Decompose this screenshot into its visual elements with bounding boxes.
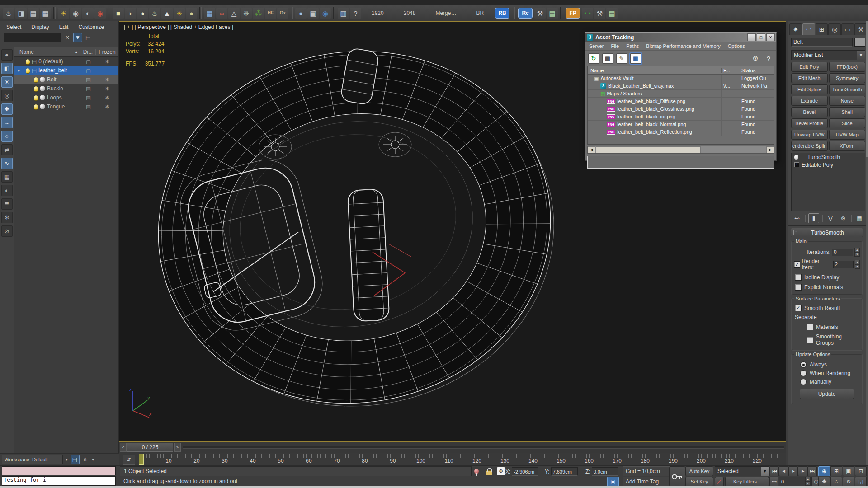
dialog-menu-server[interactable]: Server [589,43,604,49]
dome-primitive-icon[interactable]: ◗ [125,8,136,19]
display-cube-icon[interactable]: ▢ [81,68,96,74]
refresh-assets-icon[interactable]: ↻ [588,53,599,64]
filter-helpers-icon[interactable]: ✚ [1,103,13,115]
maximize-viewport-button[interactable]: ◱ [855,477,867,487]
next-frame-arrow[interactable]: > [174,443,181,452]
mini-curve-editor-icon[interactable]: ⇵ [123,455,135,465]
egg-primitive-icon[interactable]: ● [137,8,148,19]
display-stack-icon[interactable]: ▤ [81,95,96,101]
modifier-button-edit-poly[interactable]: Edit Poly [791,62,828,72]
column-display[interactable]: Di... [80,49,95,55]
modifier-button-enderable-splin[interactable]: enderable Splin [791,141,828,151]
asset-row-leather-belt-black-diffuse-png[interactable]: PNGleather_belt_black_Diffuse.pngFound [588,98,774,105]
schematic-view-icon[interactable]: ⋔ [81,455,90,464]
layer-manager-toggle-icon[interactable]: ▤ [71,455,80,464]
current-frame-field[interactable]: 0 [779,477,807,486]
menu-edit[interactable]: Edit [59,24,69,30]
sphere-blue-icon[interactable]: ● [295,8,307,19]
forest-pack-button[interactable]: FP [566,8,580,19]
materials-checkbox[interactable]: ✓ [807,324,813,330]
remove-modifier-icon[interactable]: ⊗ [838,214,848,223]
radio-always[interactable] [800,361,807,368]
modifier-button-turbosmooth[interactable]: TurboSmooth [829,84,866,94]
modifier-button-noise[interactable]: Noise [829,96,866,106]
visibility-bulb-icon[interactable] [34,86,38,91]
light-card-icon[interactable]: ☀ [58,8,69,19]
filter-cameras-icon[interactable]: ◎ [1,90,13,101]
radio-manually[interactable] [800,379,807,385]
object-color-swatch[interactable] [854,38,865,47]
asset-column-name[interactable]: Name [588,68,722,73]
visibility-bulb-icon[interactable] [34,104,38,109]
filter-lights-icon[interactable]: ☀ [1,76,13,88]
camera-icon[interactable]: ◉ [70,8,81,19]
go-to-end-button[interactable]: ▶▶| [807,466,817,476]
play-button[interactable]: ▶ [788,466,798,476]
visibility-bulb-icon[interactable] [26,59,30,64]
table-view-icon[interactable]: ▦ [630,53,641,64]
time-slider-thumb[interactable]: 0 / 225 [127,443,173,452]
collapse-rollout-icon[interactable]: − [793,230,799,235]
teapot-render-icon[interactable]: ♨ [3,8,14,19]
video-camera-icon[interactable]: ◉ [94,8,106,19]
column-frozen[interactable]: Frozen [95,49,118,55]
gear-flower-icon[interactable]: ❋ [241,8,252,19]
dialog-menu-paths[interactable]: Paths [626,43,639,49]
dialog-menu-options[interactable]: Options [728,43,745,49]
expand-arrow-icon[interactable]: ▾ [18,68,20,73]
network-status-icon[interactable]: ⊛ [750,54,760,63]
expand-plus-icon[interactable]: + [794,162,799,167]
tab-utilities[interactable]: ⚒ [854,23,867,35]
absolute-mode-icon[interactable]: ✥ [497,467,505,475]
object-name-field[interactable]: Belt [791,38,853,47]
asset-table-header[interactable]: Name F... Status [588,66,774,75]
display-cube-icon[interactable]: ▢ [81,59,96,65]
track-bar-ruler[interactable]: 1020304050607080901001101201301401501601… [138,453,784,465]
asset-row-black-leather-belt-vray-max[interactable]: 3Black_Leather_Belt_vray.max\\...Network… [588,82,774,90]
column-name[interactable]: Name ▲ [14,49,80,55]
orbit-button[interactable]: ↻ [843,477,854,487]
viewport-label[interactable]: [ + ] [ Perspective ] [ Shaded + Edged F… [124,24,233,30]
auto-key-button[interactable]: Auto Key [685,466,713,476]
walkthrough-button[interactable]: ∴ [830,477,842,487]
maximize-button[interactable]: □ [757,33,765,41]
display-stack-icon[interactable]: ▤ [81,104,96,110]
workspace-dropdown-icon[interactable]: ▾ [66,457,68,462]
scroll-right-icon[interactable]: ▶ [766,146,774,153]
render-iters-spinner[interactable]: ▲▼ [855,260,860,269]
state-sets-icon[interactable]: ▥ [338,8,349,19]
frozen-snowflake-icon[interactable]: ✻ [96,95,118,101]
edit-paths-icon[interactable]: ✎ [616,53,627,64]
tab-hierarchy[interactable]: ⊞ [816,23,828,35]
macro-recorder-field[interactable] [2,466,116,475]
y-coordinate-field[interactable]: 7,639cm [551,467,578,476]
wrench2-icon[interactable]: ⚒ [594,8,605,19]
scroll-left-icon[interactable]: ◀ [588,146,595,153]
radio-when-rendering[interactable] [800,370,807,376]
show-end-result-icon[interactable]: ▮ [808,213,819,223]
x-coordinate-field[interactable]: -2,906cm [512,467,538,476]
frozen-snowflake-icon[interactable]: ✻ [96,104,118,110]
dialog-menu-bitmap-performance-and-memory[interactable]: Bitmap Performance and Memory [646,43,720,49]
modifier-button-edit-mesh[interactable]: Edit Mesh [791,73,828,83]
modifier-button-unwrap-uvw[interactable]: Unwrap UVW [791,130,828,140]
menu-display[interactable]: Display [31,24,49,30]
dialog-titlebar[interactable]: 3 Asset Tracking _ □ ✕ [585,33,776,42]
modifier-button-shell[interactable]: Shell [829,107,866,117]
explorer-row-0-default[interactable]: ▤0 (default)▢✻ [14,57,118,66]
iterations-spinner[interactable]: ▲▼ [854,248,860,257]
set-keys-icon[interactable] [715,477,724,487]
filter-frozen-icon[interactable]: ❄ [1,212,13,223]
isolate-selection-icon[interactable]: ▣ [607,477,619,487]
scrollbar-thumb[interactable] [596,146,701,153]
modifier-button-extrude[interactable]: Extrude [791,96,828,106]
explorer-row-tongue[interactable]: Tongue▤✻ [14,102,118,111]
stack-item-editable-poly[interactable]: +Editable Poly [792,161,865,169]
molecule-icon[interactable]: ∞ [216,8,227,19]
iterations-field[interactable]: 0 [832,249,853,256]
script-list-icon[interactable]: ▤ [547,8,558,19]
modifier-button-xform[interactable]: XForm [829,141,866,151]
pyramid-icon[interactable]: △ [228,8,240,19]
rc-button[interactable]: Rc [518,8,533,19]
explorer-row-loops[interactable]: Loops▤✻ [14,93,118,102]
